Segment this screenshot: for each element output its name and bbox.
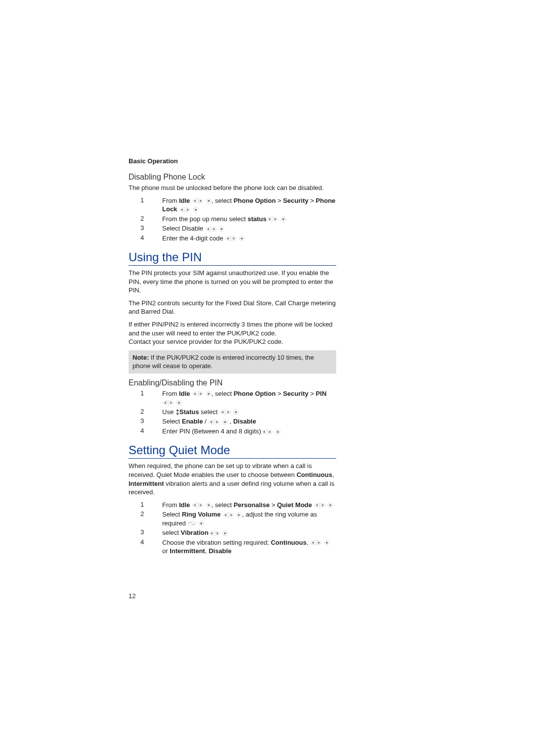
heading-using-pin: Using the PIN [129,250,336,266]
nav-icon [192,198,204,204]
step-text: Select Ring Volume , adjust the ring vol… [162,510,336,527]
enable-pin-steps: 1From Idle , select Phone Option > Secur… [129,389,336,436]
svg-point-32 [235,411,237,413]
svg-point-27 [178,402,180,404]
select-icon [198,520,204,526]
select-icon [206,391,212,397]
step-num: 4 [129,538,162,546]
step-row: 4Enter the 4-digit code [129,234,336,243]
nav-icon [192,391,204,397]
updown-icon [176,409,179,416]
svg-point-48 [329,504,331,506]
select-icon [219,226,224,232]
select-icon [275,429,281,435]
scroll-icon [187,520,196,526]
svg-point-38 [266,431,268,433]
select-icon [176,400,182,406]
step-num: 1 [129,501,162,508]
step-row: 4Enter PIN (Between 4 and 8 digits) [129,427,336,436]
svg-point-63 [326,542,328,544]
pin-p3p4: If either PIN/PIN2 is entered incorrectl… [129,320,336,346]
step-text: Select Enable / , Disable [162,417,336,426]
svg-point-61 [315,542,317,544]
svg-point-28 [177,412,178,413]
svg-point-34 [213,421,215,423]
step-text: From Idle , select Personalise > Quiet M… [162,501,336,510]
nav-icon [209,530,221,536]
step-num: 3 [129,417,162,425]
step-row: 3Select Disable [129,224,336,233]
svg-point-46 [319,504,321,506]
svg-point-17 [230,237,232,239]
svg-point-36 [224,421,226,423]
note-box: Note: If the PUK/PUK2 code is entered in… [129,350,336,374]
select-icon [236,512,242,518]
svg-point-25 [167,402,169,404]
nav-icon [310,540,322,546]
svg-point-50 [227,514,229,516]
step-num: 4 [129,427,162,434]
svg-point-42 [197,504,199,506]
subsection-disabling-title: Disabling Phone Lock [129,173,336,182]
section-label: Basic Operation [129,157,336,165]
nav-icon [192,502,204,508]
step-row: 3 select Vibration [129,528,336,537]
step-text: Use Status select [162,408,336,417]
svg-point-44 [208,504,210,506]
step-num: 3 [129,224,162,232]
quiet-intro-pre: When required, the phone can be set up t… [129,462,312,478]
svg-point-1 [197,200,199,202]
step-text: Choose the vibration setting required; C… [162,538,336,556]
svg-point-15 [221,228,222,230]
step-num: 1 [129,389,162,397]
heading-quiet-mode: Setting Quiet Mode [129,443,336,459]
step-text: From the pop up menu select status [162,215,336,224]
svg-point-7 [195,209,197,211]
disabling-steps: 1From Idle , select Phone Option > Secur… [129,196,336,243]
step-text: Enter PIN (Between 4 and 8 digits) [162,427,336,436]
svg-point-19 [241,237,243,239]
select-icon [280,216,286,222]
svg-point-23 [208,393,210,395]
select-icon [222,530,228,536]
nav-icon [267,216,278,222]
step-row: 1From Idle , select Personalise > Quiet … [129,501,336,510]
svg-point-40 [277,431,279,433]
pin-p1: The PIN protects your SIM against unauth… [129,269,336,295]
svg-point-57 [214,532,216,534]
svg-point-5 [184,209,186,211]
step-num: 2 [129,215,162,222]
page-number: 12 [129,592,135,600]
nav-icon [179,207,191,213]
step-num: 2 [129,408,162,415]
step-row: 3Select Enable / , Disable [129,417,336,426]
content-area: Basic Operation Disabling Phone Lock The… [129,157,336,558]
nav-icon [222,512,234,518]
select-icon [324,540,330,546]
select-icon [239,236,245,241]
svg-point-13 [210,228,212,230]
nav-icon [220,409,231,415]
svg-point-55 [200,522,202,524]
select-icon [206,198,212,204]
note-text: If the PUK/PUK2 code is entered incorrec… [133,354,314,370]
svg-point-11 [282,218,284,220]
subsection-enable-pin-title: Enabling/Disabling the PIN [129,378,336,387]
nav-icon [208,419,220,425]
quiet-intro-b1: Continuous [297,471,332,478]
quiet-intro-mid: , [332,471,334,478]
quiet-intro-b2: Intermittent [129,480,164,487]
nav-icon [261,429,273,435]
select-icon [327,502,333,508]
step-row: 2Select Ring Volume , adjust the ring vo… [129,510,336,527]
step-row: 2Use Status select [129,408,336,417]
select-icon [233,409,239,415]
pin-p2: The PIN2 controls security for the Fixed… [129,299,336,316]
step-num: 3 [129,528,162,536]
svg-point-52 [238,514,240,516]
select-icon [206,502,212,508]
quiet-steps: 1From Idle , select Personalise > Quiet … [129,501,336,556]
step-row: 1From Idle , select Phone Option > Secur… [129,196,336,214]
step-text: Enter the 4-digit code [162,234,336,243]
nav-icon [205,226,217,232]
